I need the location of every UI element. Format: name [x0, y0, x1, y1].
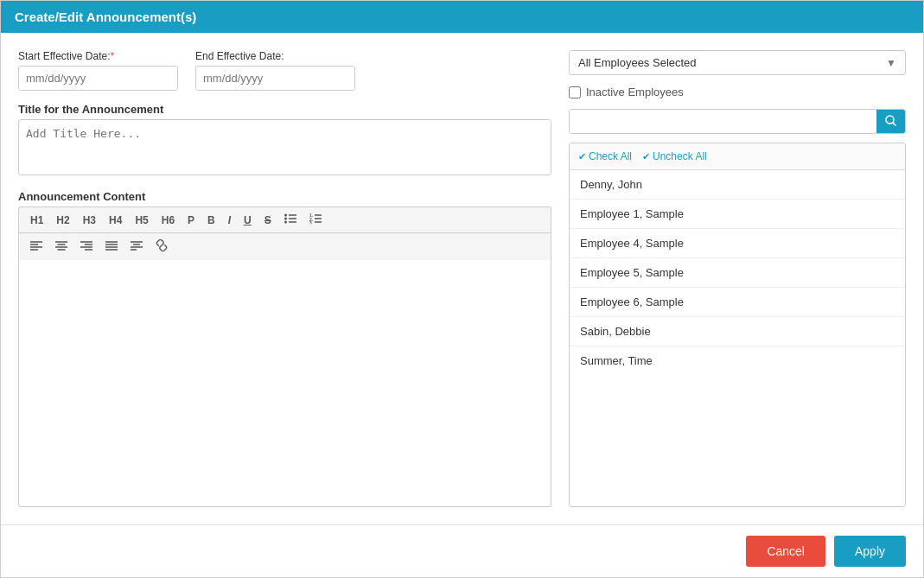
toolbar-underline[interactable]: U — [238, 211, 258, 229]
toolbar-align-justify[interactable] — [99, 237, 124, 257]
unordered-list-icon — [284, 213, 296, 224]
check-all-label: Check All — [589, 150, 632, 162]
title-section-label: Title for the Announcement — [18, 103, 551, 116]
svg-point-8 — [284, 214, 287, 217]
modal-header: Create/Edit Announcement(s) — [1, 1, 923, 33]
toolbar-h2[interactable]: H2 — [50, 211, 75, 229]
toolbar-italic[interactable]: I — [222, 211, 237, 229]
modal-title: Create/Edit Announcement(s) — [15, 10, 196, 24]
ordered-list-icon: 1. 2. 3. — [309, 213, 322, 224]
svg-point-9 — [284, 218, 287, 220]
list-item[interactable]: Denny, John — [570, 170, 905, 200]
inactive-employees-row: Inactive Employees — [569, 84, 906, 100]
list-item[interactable]: Employee 5, Sample — [570, 258, 905, 288]
align-left-icon — [30, 241, 42, 251]
toolbar-strikethrough[interactable]: S — [258, 211, 277, 229]
content-section: Announcement Content H1 H2 H3 H4 H5 H6 P… — [18, 190, 551, 507]
toolbar-h6[interactable]: H6 — [156, 211, 181, 229]
svg-line-42 — [893, 122, 895, 124]
list-item[interactable]: Employee 6, Sample — [570, 288, 905, 317]
toolbar-align-none[interactable] — [124, 237, 149, 257]
toolbar-align-center[interactable] — [49, 237, 73, 257]
uncheck-all-link[interactable]: ✔ Uncheck All — [642, 150, 707, 162]
toolbar-p[interactable]: P — [182, 211, 201, 229]
toolbar-h5[interactable]: H5 — [129, 211, 154, 229]
align-center-icon — [55, 241, 67, 251]
search-icon — [885, 115, 896, 126]
toolbar-row-1: H1 H2 H3 H4 H5 H6 P B I U S — [19, 207, 551, 233]
uncheck-all-icon: ✔ — [642, 151, 650, 162]
toolbar-h3[interactable]: H3 — [77, 211, 102, 229]
start-date-input[interactable] — [19, 67, 178, 90]
editor-toolbar: H1 H2 H3 H4 H5 H6 P B I U S — [18, 206, 551, 260]
employee-search-row — [569, 109, 906, 134]
toolbar-row-2 — [19, 233, 551, 260]
align-justify-icon — [105, 241, 118, 251]
employee-dropdown[interactable]: All Employees Selected ▼ — [569, 50, 906, 75]
left-panel: Start Effective Date:* — [18, 50, 551, 507]
svg-text:3.: 3. — [309, 220, 314, 224]
check-all-row: ✔ Check All ✔ Uncheck All — [570, 143, 905, 170]
inactive-employees-label: Inactive Employees — [586, 86, 684, 98]
modal-footer: Cancel Apply — [1, 524, 923, 577]
employee-list: Denny, JohnEmployee 1, SampleEmployee 4,… — [570, 170, 905, 375]
employee-search-button[interactable] — [876, 110, 905, 133]
end-date-input-wrapper — [195, 66, 355, 91]
content-editor[interactable] — [18, 260, 551, 507]
uncheck-all-label: Uncheck All — [653, 150, 707, 162]
end-date-input[interactable] — [196, 67, 355, 90]
toolbar-h1[interactable]: H1 — [24, 211, 49, 229]
toolbar-h4[interactable]: H4 — [103, 211, 128, 229]
align-none-icon — [131, 241, 143, 251]
employee-dropdown-label: All Employees Selected — [578, 56, 697, 69]
end-date-field: End Effective Date: — [195, 50, 355, 91]
list-item[interactable]: Sabin, Debbie — [570, 317, 905, 346]
link-icon — [156, 239, 168, 251]
start-date-label: Start Effective Date:* — [18, 50, 178, 62]
chevron-down-icon: ▼ — [886, 57, 896, 69]
check-all-link[interactable]: ✔ Check All — [578, 150, 632, 162]
apply-button[interactable]: Apply — [834, 536, 906, 567]
list-item[interactable]: Employee 4, Sample — [570, 229, 905, 258]
date-row: Start Effective Date:* — [18, 50, 551, 91]
employee-search-input[interactable] — [570, 110, 876, 133]
toolbar-unordered-list[interactable] — [278, 211, 303, 229]
svg-line-40 — [160, 244, 163, 247]
start-date-field: Start Effective Date:* — [18, 50, 178, 91]
toolbar-link[interactable] — [150, 237, 174, 257]
start-date-required: * — [111, 50, 115, 62]
align-right-icon — [80, 241, 92, 251]
inactive-employees-checkbox[interactable] — [569, 86, 581, 98]
title-input[interactable] — [18, 119, 551, 175]
check-all-icon: ✔ — [578, 151, 586, 162]
toolbar-ordered-list[interactable]: 1. 2. 3. — [303, 211, 328, 229]
start-date-input-wrapper — [18, 66, 178, 91]
list-item[interactable]: Summer, Time — [570, 346, 905, 375]
svg-point-10 — [284, 221, 287, 224]
title-section: Title for the Announcement — [18, 103, 551, 178]
cancel-button[interactable]: Cancel — [746, 536, 825, 567]
right-panel: All Employees Selected ▼ Inactive Employ… — [569, 50, 906, 507]
modal-body: Start Effective Date:* — [1, 33, 923, 524]
content-section-label: Announcement Content — [18, 190, 551, 203]
list-item[interactable]: Employee 1, Sample — [570, 200, 905, 229]
toolbar-align-right[interactable] — [74, 237, 99, 257]
employee-list-container: ✔ Check All ✔ Uncheck All Denny, JohnEmp… — [569, 143, 906, 507]
end-date-label: End Effective Date: — [195, 50, 355, 62]
toolbar-bold[interactable]: B — [201, 211, 221, 229]
toolbar-align-left[interactable] — [24, 237, 48, 257]
